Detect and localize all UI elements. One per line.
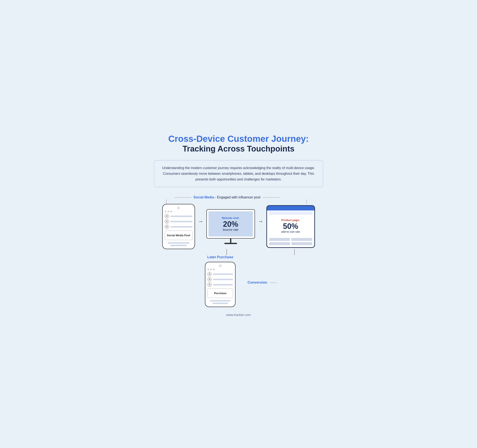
tablet-bottom	[267, 236, 314, 247]
later-purchase-label: Later Purchase	[207, 255, 233, 259]
title-line1: Cross-Device Customer Journey:	[154, 134, 323, 144]
devices-row: Social Media Post → Website visit:	[154, 204, 323, 249]
tablet-topbar	[267, 206, 314, 210]
title-line2: Tracking Across Touchpoints	[154, 144, 323, 154]
social-media-post-label: Social Media Post	[165, 231, 192, 240]
phone2-line	[213, 284, 233, 286]
phone2-nav-row	[208, 272, 233, 276]
arrow-right-1: →	[198, 218, 203, 235]
phone-nav-row	[165, 225, 192, 229]
tablet-btn	[269, 238, 290, 241]
phone-purchase: Purchase	[205, 262, 236, 307]
tablet-value: 50%	[269, 222, 312, 230]
phone2-line	[213, 279, 233, 280]
phone-line	[170, 215, 192, 217]
tablet-sub: add-to-cart rate	[269, 230, 312, 233]
status-dot	[167, 211, 169, 212]
avatar-icon	[165, 219, 169, 224]
phone2-nav-row	[208, 282, 233, 287]
status-dot	[165, 211, 167, 212]
phone-status-bar	[165, 211, 192, 212]
monitor-block: Website visit: 20% bounce rate	[206, 209, 255, 244]
tablet-btn	[291, 242, 312, 245]
phone-nav-row	[165, 214, 192, 218]
intro-box: Understanding the modern customer journe…	[154, 160, 323, 187]
phone-nav-row	[165, 219, 192, 224]
monitor-label: Website visit:	[212, 216, 250, 220]
conversion-label: Conversion	[245, 281, 270, 285]
avatar2-icon	[208, 277, 212, 281]
phone2-status-bar	[208, 269, 233, 270]
phone2-line	[213, 274, 233, 275]
svg-point-1	[166, 221, 167, 222]
status-dot2	[208, 269, 209, 270]
svg-point-2	[166, 226, 167, 227]
tablet-btn	[269, 242, 290, 245]
svg-point-5	[209, 284, 210, 285]
svg-point-0	[166, 215, 167, 216]
avatar2-icon	[208, 272, 212, 276]
phone-left-block: Social Media Post	[162, 204, 195, 249]
tablet-block: Product page: 50% add-to-cart rate	[266, 205, 315, 248]
phone-line	[170, 226, 192, 227]
tablet-btn	[291, 238, 312, 241]
phone-line	[170, 221, 192, 222]
footer: www.trackier.com	[154, 313, 323, 317]
monitor-screen: Website visit: 20% bounce rate	[209, 211, 253, 236]
status-dot2	[213, 269, 215, 270]
monitor: Website visit: 20% bounce rate	[206, 209, 255, 239]
social-media-dark: Engaged with influencer post	[217, 196, 260, 199]
tablet-label: Product page:	[269, 219, 312, 222]
title-section: Cross-Device Customer Journey: Tracking …	[154, 134, 323, 154]
bottom-line	[167, 242, 190, 244]
monitor-sub: bounce rate	[212, 228, 250, 231]
phone2-nav-row	[208, 277, 233, 281]
phone-bottom-lines	[165, 242, 192, 246]
bottom-line	[170, 245, 187, 246]
bottom-line2	[213, 303, 228, 304]
phone-camera	[178, 207, 179, 209]
status-dot2	[210, 269, 212, 270]
monitor-base	[224, 243, 237, 244]
tablet-addressbar	[269, 211, 313, 215]
arrow-right-2: →	[258, 218, 263, 235]
avatar-icon	[165, 214, 169, 218]
purchase-label: Purchase	[208, 288, 233, 298]
avatar-icon	[165, 225, 169, 229]
phone2-camera	[219, 265, 221, 267]
journey: Social Media - Engaged with influencer p…	[154, 196, 323, 307]
monitor-stand	[230, 239, 231, 243]
monitor-value: 20%	[212, 221, 250, 228]
tablet: Product page: 50% add-to-cart rate	[266, 205, 315, 248]
tablet-content: Product page: 50% add-to-cart rate	[267, 215, 314, 236]
status-dot	[170, 211, 172, 212]
phone-left: Social Media Post	[162, 204, 195, 249]
avatar2-icon	[208, 282, 212, 287]
bottom-line2	[210, 300, 231, 302]
page-container: Cross-Device Customer Journey: Tracking …	[143, 125, 334, 323]
svg-point-4	[209, 279, 210, 280]
svg-point-3	[209, 273, 210, 274]
social-media-label: Social Media - Engaged with influencer p…	[191, 196, 262, 199]
social-media-blue: Social Media	[193, 196, 214, 199]
phone2-bottom-lines	[208, 300, 233, 304]
